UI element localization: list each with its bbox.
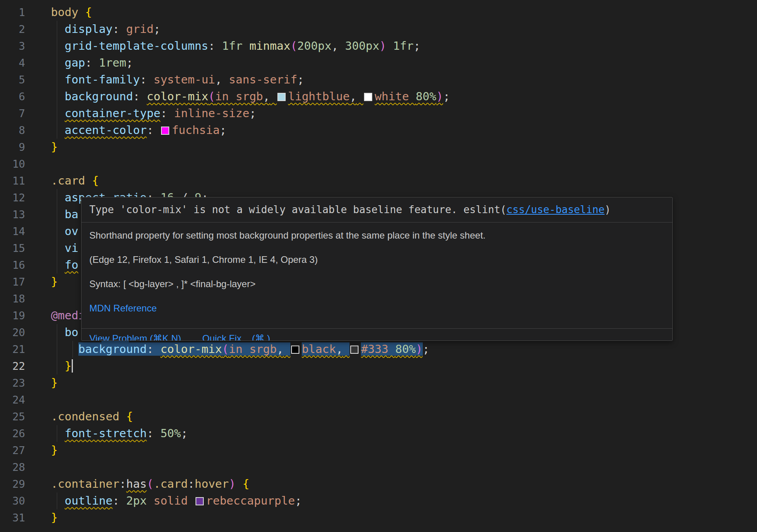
indent-guide [57,341,57,358]
syntax-line: Syntax: [ <bg-layer> , ]* <final-bg-laye… [89,278,665,290]
line-number: 20 [0,324,25,341]
line-number: 22 [0,358,25,375]
indent-guide [72,341,73,358]
code-line: 4 gap: 1rem; [0,54,757,71]
code-line: 10 [0,156,757,172]
line-number: 30 [0,492,25,509]
mdn-reference-link[interactable]: MDN Reference [89,303,157,313]
line-number: 31 [0,509,25,526]
color-swatch[interactable] [161,127,169,135]
code-line: 11.card { [0,172,757,189]
code-line: 27} [0,442,757,459]
code-line: 23} [0,375,757,391]
line-number: 5 [0,71,25,88]
line-number: 3 [0,38,25,54]
code-line: 24 [0,391,757,408]
code-line: 26 font-stretch: 50%; [0,425,757,442]
code-line: 25.condensed { [0,408,757,425]
property-description: Shorthand property for setting most back… [89,230,665,241]
hover-actions-bar: View Problem (⌘K N) Quick Fix... (⌘.) [81,329,672,341]
color-swatch[interactable] [350,346,359,354]
code-line: 30 outline: 2px solid rebeccapurple; [0,492,757,509]
line-number: 28 [0,459,25,476]
indent-guide [57,54,57,71]
diagnostic-message: Type 'color-mix' is not a widely availab… [81,197,672,222]
indent-guide [57,425,57,442]
color-swatch[interactable] [277,93,286,101]
diagnostic-source-prefix: eslint( [464,204,507,215]
indent-guide [57,88,57,105]
line-number: 17 [0,273,25,290]
color-swatch[interactable] [364,93,372,101]
line-number: 24 [0,391,25,408]
indent-guide [57,324,57,341]
line-number: 29 [0,476,25,492]
code-line: 8 accent-color: fuchsia; [0,122,757,139]
color-swatch[interactable] [291,346,299,354]
code-line: 1body { [0,4,757,21]
code-line: 29.container:has(.card:hover) { [0,476,757,492]
line-number: 23 [0,375,25,391]
line-number: 26 [0,425,25,442]
code-line: 7 container-type: inline-size; [0,105,757,122]
line-number: 12 [0,189,25,206]
line-number: 27 [0,442,25,459]
hover-tooltip: Type 'color-mix' is not a widely availab… [81,197,673,341]
indent-guide [57,189,57,206]
line-number: 19 [0,307,25,324]
code-line: 6 background: color-mix(in srgb, lightbl… [0,88,757,105]
quick-fix-action[interactable]: Quick Fix... (⌘.) [202,333,270,341]
code-line: 31} [0,509,757,526]
view-problem-action[interactable]: View Problem (⌘K N) [89,333,181,341]
line-number: 18 [0,290,25,307]
indent-guide [57,105,57,122]
indent-guide [57,492,57,509]
line-number: 14 [0,223,25,240]
line-number: 6 [0,88,25,105]
diagnostic-text: Type 'color-mix' is not a widely availab… [89,204,464,215]
code-line: 9} [0,139,757,156]
line-number: 9 [0,139,25,156]
line-number: 16 [0,257,25,273]
line-number: 21 [0,341,25,358]
diagnostic-source-suffix: ) [605,204,611,215]
code-line: 28 [0,459,757,476]
code-line: 2 display: grid; [0,21,757,38]
indent-guide [57,206,57,223]
mdn-reference-row: MDN Reference [89,302,665,314]
line-number: 13 [0,206,25,223]
indent-guide [57,21,57,38]
code-line: 3 grid-template-columns: 1fr minmax(200p… [0,38,757,54]
code-line: 22 } [0,358,757,375]
color-swatch[interactable] [196,497,204,505]
line-number: 4 [0,54,25,71]
indent-guide [57,358,57,375]
code-editor: 1body {2 display: grid;3 grid-template-c… [0,0,757,532]
indent-guide [57,223,57,240]
indent-guide [57,240,57,257]
indent-guide [57,257,57,273]
line-number: 2 [0,21,25,38]
line-number: 7 [0,105,25,122]
indent-guide [57,71,57,88]
line-number: 8 [0,122,25,139]
code-line: 5 font-family: system-ui, sans-serif; [0,71,757,88]
text-cursor [72,359,73,373]
line-number: 15 [0,240,25,257]
use-baseline-rule-link[interactable]: css/use-baseline [506,204,604,215]
browser-support: (Edge 12, Firefox 1, Safari 1, Chrome 1,… [89,254,665,266]
hover-documentation: Shorthand property for setting most back… [81,223,672,328]
indent-guide [57,38,57,54]
line-number: 25 [0,408,25,425]
line-number: 10 [0,156,25,172]
line-number: 1 [0,4,25,21]
indent-guide [57,122,57,139]
line-number: 11 [0,172,25,189]
